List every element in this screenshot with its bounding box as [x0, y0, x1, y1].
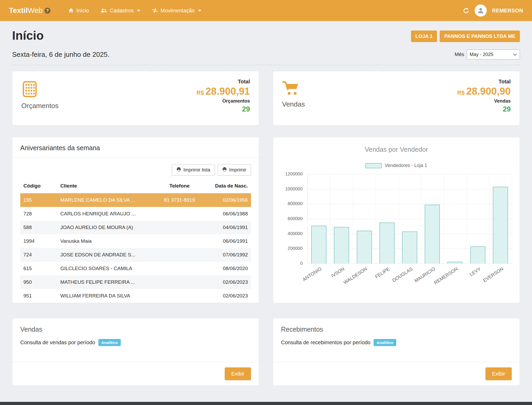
count-label: Orçamentos [197, 98, 250, 104]
table-row[interactable]: 195MARLENE CAMELO DA SILVA ...81 3731-89… [20, 193, 251, 207]
nav-item-movimentacao[interactable]: Movimentação [148, 5, 205, 16]
col-header-codigo: Código [20, 183, 57, 193]
y-axis-tick: 1000000 [285, 186, 303, 192]
chart-y-axis: 020000040000060000080000010000001200000 [281, 174, 305, 264]
chart-bar[interactable] [379, 222, 395, 264]
nav-item-cadastros[interactable]: Cadastros [97, 5, 144, 16]
brand-light: Web [28, 6, 43, 15]
col-header-cliente: Cliente [57, 183, 154, 193]
nav-label: Início [76, 8, 89, 14]
table-row[interactable]: 951WILLIAM FERREIRA DA SILVA02/06/2023 [20, 289, 251, 303]
chart-x-axis: ANTONIOIVSONWALDESONFELIPEDOUGLASMAURICI… [307, 264, 512, 286]
divider [12, 65, 520, 65]
chart-bar[interactable] [493, 187, 508, 264]
v-gridline [330, 174, 330, 264]
table-row[interactable]: 588JOAO AURELIO DE MOURA (A)04/06/1991 [20, 221, 251, 234]
current-date-text: Sexta-feira, 6 de junho de 2025. [12, 50, 109, 59]
users-icon [101, 8, 107, 13]
y-axis-tick: 1200000 [285, 171, 303, 177]
vendas-summary-card: Vendas Total R$28.900,90 Vendas 29 [273, 71, 520, 125]
table-row[interactable]: 724JOSE EDSON DE ANDRADE S...07/06/1992 [20, 248, 251, 262]
table-row[interactable]: 587JULIANA LIMA DE ANDRADE99287-699705/0… [20, 303, 251, 303]
v-gridline [512, 174, 512, 264]
panel-title: Recebimentos [281, 326, 512, 333]
month-select-value: May - 2025 [470, 52, 493, 57]
calculator-icon [21, 81, 38, 99]
vendas-panel: Vendas Consulta de vendas por período An… [12, 318, 259, 386]
col-header-nasc: Data de Nasc. [205, 183, 251, 193]
table-row[interactable]: 950MATHEUS FELIPE FERREIRA ...02/06/2023 [20, 275, 251, 289]
app-logo[interactable]: TextilWeb ? [9, 6, 51, 15]
chevron-down-icon [137, 10, 140, 12]
birthdays-table-body: 195MARLENE CAMELO DA SILVA ...81 3731-89… [20, 193, 251, 303]
transfer-icon [152, 8, 158, 13]
summary-card-label: Orçamentos [21, 102, 59, 110]
recebimentos-panel: Recebimentos Consulta de recebimentos po… [273, 318, 520, 386]
exibir-vendas-button[interactable]: Exibir [225, 367, 251, 380]
chart-plot [307, 174, 512, 264]
month-select[interactable]: May - 2025 [467, 49, 520, 59]
birthdays-title: Aniversariantes da semana [12, 137, 259, 158]
count-value: 29 [457, 105, 511, 113]
legend-label: Vendedores - Loja 1 [385, 163, 427, 168]
y-axis-tick: 0 [300, 261, 303, 266]
chart-area: 020000040000060000080000010000001200000 … [281, 174, 512, 286]
store-button[interactable]: LOJA 1 [411, 31, 437, 42]
exibir-recebimentos-button[interactable]: Exibir [485, 367, 512, 380]
printer-icon [222, 167, 227, 173]
username[interactable]: REMERSON [492, 8, 523, 14]
print-list-button[interactable]: Imprimir lista [172, 164, 215, 176]
user-avatar-icon[interactable] [475, 4, 487, 17]
total-label: Total [197, 79, 250, 85]
table-row[interactable]: 728CARLOS HENRIQUE ARAUJO ...06/06/1988 [20, 207, 251, 221]
navbar-right: REMERSON [463, 4, 523, 17]
nav-item-inicio[interactable]: Início [65, 5, 93, 16]
x-axis-label: EVERSON [459, 266, 504, 298]
v-gridline [466, 174, 467, 264]
chart-bar[interactable] [357, 231, 372, 264]
x-axis-label: ANTONIO [278, 266, 323, 298]
panel-description: Consulta de recebimentos por período [281, 340, 370, 346]
chart-bar[interactable] [311, 226, 327, 264]
chart-bar[interactable] [334, 227, 349, 264]
panel-title: Vendas [20, 326, 251, 333]
h-gridline [308, 189, 512, 189]
total-label: Total [457, 79, 511, 85]
birthdays-card: Aniversariantes da semana Imprimir lista [12, 137, 259, 303]
table-row[interactable]: 1994Vanuska Maia06/06/1991 [20, 234, 251, 248]
chevron-down-icon [513, 53, 517, 56]
v-gridline [376, 174, 376, 264]
y-axis-tick: 400000 [288, 231, 303, 236]
refresh-icon[interactable] [463, 7, 469, 14]
h-gridline [308, 204, 512, 204]
chart-bar[interactable] [402, 231, 417, 264]
legend-swatch-icon [365, 163, 382, 168]
nav-label: Movimentação [160, 8, 195, 14]
page-bottom-bar [0, 402, 532, 405]
chart-bar[interactable] [425, 205, 440, 264]
help-circle-icon[interactable]: ? [44, 8, 51, 14]
top-navbar: TextilWeb ? Início Cadastros [0, 0, 532, 21]
sales-chart-card: Vendas por Vendedor Vendedores - Loja 1 … [273, 137, 520, 303]
v-gridline [444, 174, 444, 264]
chart-title: Vendas por Vendedor [281, 146, 512, 153]
print-button[interactable]: Imprimir [218, 164, 251, 176]
chart-bar[interactable] [470, 246, 485, 264]
printer-icon [177, 167, 181, 173]
chart-legend[interactable]: Vendedores - Loja 1 [281, 163, 512, 168]
panel-description: Consulta de vendas por período [20, 340, 95, 346]
table-row[interactable]: 615GILCLECIO SOARES - CAMILA08/06/2020 [20, 262, 251, 275]
y-axis-tick: 200000 [288, 246, 303, 251]
page-content: Início LOJA 1 PANNOS E PANNOS LTDA ME Se… [0, 28, 532, 386]
y-axis-tick: 800000 [288, 201, 303, 206]
h-gridline [308, 219, 512, 219]
total-amount: R$28.900,91 [197, 86, 250, 97]
home-icon [68, 8, 74, 13]
nav-label: Cadastros [110, 8, 134, 14]
cart-icon [282, 81, 299, 97]
company-button[interactable]: PANNOS E PANNOS LTDA ME [440, 31, 520, 42]
x-axis-label: REMERSON [414, 266, 459, 298]
analitico-badge: Analítico [98, 339, 121, 346]
chart-bar[interactable] [447, 262, 463, 264]
page-title: Início [12, 28, 44, 43]
